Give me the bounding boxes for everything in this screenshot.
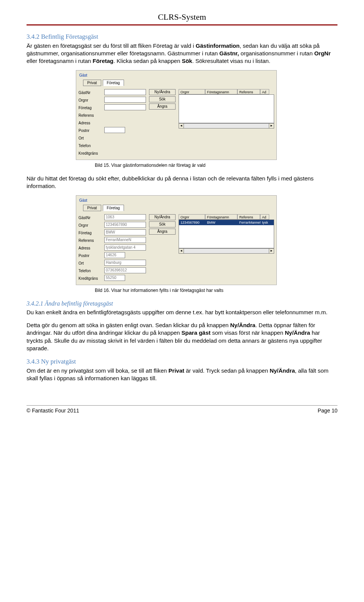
bold: Ny/Ändra	[285, 329, 310, 336]
sok-button[interactable]: Sök	[149, 221, 176, 227]
tab-privat[interactable]: Privat	[83, 205, 101, 212]
scroll-right-icon[interactable]: ►	[269, 248, 274, 254]
input-gastnr[interactable]: 1063	[104, 214, 146, 220]
input-foretag[interactable]: BMW	[104, 229, 146, 235]
label-postnr: Postnr	[78, 128, 101, 134]
col-ref[interactable]: Referens	[237, 214, 260, 219]
label-foretag: Företag	[78, 230, 101, 236]
text: organisationsnummer i rutan	[239, 50, 314, 56]
label-adress: Adress	[78, 245, 101, 251]
cell-ad: tysk	[260, 220, 270, 225]
bold: Gästnr,	[220, 50, 239, 56]
col-namn[interactable]: Företagsnamn	[205, 214, 237, 219]
ny-andra-button[interactable]: Ny/Ändra	[149, 214, 176, 220]
h-scrollbar[interactable]: ◄ ►	[179, 248, 274, 254]
app-screenshot-1: Gäst Privat Företag GästNr Orgnr Företag…	[76, 70, 277, 160]
button-column: Ny/Ändra Sök Ångra	[149, 89, 176, 157]
h-scrollbar[interactable]: ◄ ►	[179, 123, 274, 129]
bold: Företag	[93, 58, 113, 64]
page-title: CLRS-System	[27, 11, 337, 24]
label-referens: Referens	[78, 238, 101, 244]
sok-button[interactable]: Sök	[149, 96, 176, 102]
col-namn[interactable]: Företagsnamn	[205, 89, 237, 94]
bold: Gästinformation	[196, 42, 240, 49]
label-kredit: Kreditgräns	[78, 150, 101, 157]
bold: Sök	[182, 58, 192, 64]
angra-button[interactable]: Ångra	[149, 103, 176, 110]
scroll-right-icon[interactable]: ►	[269, 123, 274, 129]
input-postnr[interactable]	[104, 127, 125, 133]
input-telefon[interactable]: 0736398312	[104, 267, 146, 273]
page-footer: © Fantastic Four 2011 Page 10	[27, 407, 337, 414]
label-postnr: Postnr	[78, 253, 101, 259]
spacer	[104, 119, 146, 125]
input-gastnr[interactable]	[104, 89, 146, 95]
text: eller företagsnamn i rutan	[27, 58, 93, 64]
results-list: Orgnr Företagsnamn Referens Ad 123456789…	[179, 214, 274, 282]
text: Är gästen en företagsgäst ser du först t…	[27, 42, 196, 49]
label-ort: Ort	[78, 135, 101, 141]
label-telefon: Telefon	[78, 268, 101, 274]
cell-orgnr: 1234567890	[179, 220, 206, 225]
button-column: Ny/Ändra Sök Ångra	[149, 214, 176, 282]
label-referens: Referens	[78, 113, 101, 119]
text: Om det är en ny privatgäst som vill boka…	[27, 367, 168, 374]
input-orgnr[interactable]: 1234567890	[104, 222, 146, 228]
tab-foretag[interactable]: Företag	[103, 205, 124, 212]
col-ref[interactable]: Referens	[237, 89, 260, 94]
results-list: Orgnr Företagsnamn Referens Ad ◄ ►	[179, 89, 274, 157]
ny-andra-button[interactable]: Ny/Ändra	[149, 89, 176, 95]
tab-foretag[interactable]: Företag	[103, 80, 124, 86]
scroll-left-icon[interactable]: ◄	[179, 248, 184, 254]
bold: Spara gäst	[182, 329, 211, 336]
input-referens[interactable]: FerrariManneN	[104, 237, 146, 243]
bold: Ny/Ändra	[230, 322, 256, 328]
text: som visas först när knappen	[210, 329, 285, 336]
section-heading-3: 3.4.3 Ny privatgäst	[27, 357, 337, 366]
label-orgnr: Orgnr	[78, 223, 101, 229]
group-label: Gäst	[79, 198, 274, 203]
col-orgnr[interactable]: Orgnr	[179, 214, 205, 219]
section-heading-2: 3.4.2.1 Ändra befintlig företagsgäst	[27, 299, 337, 308]
input-column: 1063 1234567890 BMW FerrariManneN tyskla…	[104, 214, 146, 282]
input-adress[interactable]: tysklandetgatan 4	[104, 245, 146, 251]
list-body[interactable]	[179, 94, 274, 123]
scroll-track[interactable]	[184, 123, 269, 129]
label-telefon: Telefon	[78, 143, 101, 149]
intro-paragraph: Är gästen en företagsgäst ser du först t…	[27, 42, 337, 65]
tab-privat[interactable]: Privat	[83, 80, 101, 86]
tabs: Privat Företag	[83, 205, 274, 212]
caption-2: Bild 16. Visar hur informationen fyllts …	[95, 287, 337, 293]
label-foretag: Företag	[78, 105, 101, 111]
field-labels: GästNr Orgnr Företag Referens Adress Pos…	[78, 89, 101, 157]
tabs: Privat Företag	[83, 80, 274, 86]
angra-button[interactable]: Ångra	[149, 229, 176, 235]
list-body[interactable]: 1234567890 BMW FerrariManneN tysk	[179, 219, 274, 248]
input-kredit[interactable]: 55250	[104, 275, 125, 281]
input-column	[104, 89, 146, 157]
input-orgnr[interactable]	[104, 97, 146, 103]
cell-ref: FerrariManneN	[238, 220, 260, 225]
input-ort[interactable]: Hamburg	[104, 260, 146, 266]
label-adress: Adress	[78, 120, 101, 126]
table-row[interactable]: 1234567890 BMW FerrariManneN tysk	[179, 220, 274, 225]
label-ort: Ort	[78, 260, 101, 267]
col-ad[interactable]: Ad	[260, 214, 269, 219]
bold: Ny/Ändra	[270, 367, 295, 374]
bold: Privat	[168, 367, 184, 374]
cell-namn: BMW	[206, 220, 238, 225]
text: är vald. Tryck sedan på knappen	[184, 367, 270, 374]
list-header: Orgnr Företagsnamn Referens Ad	[179, 89, 274, 94]
scroll-track[interactable]	[184, 248, 269, 254]
caption-1: Bild 15. Visar gästinformationsdelen när…	[95, 162, 337, 168]
col-ad[interactable]: Ad	[260, 89, 269, 94]
text: . Sökresultatet visas nu i listan.	[192, 58, 270, 64]
scroll-left-icon[interactable]: ◄	[179, 123, 184, 129]
text: Detta gör du genom att söka in gästen en…	[27, 322, 230, 328]
input-foretag[interactable]	[104, 104, 146, 110]
para-2-2: Detta gör du genom att söka in gästen en…	[27, 321, 337, 352]
input-postnr[interactable]: 14626	[104, 252, 125, 258]
col-orgnr[interactable]: Orgnr	[179, 89, 205, 94]
list-header: Orgnr Företagsnamn Referens Ad	[179, 214, 274, 219]
mid-paragraph: När du hittat det företag du sökt efter,…	[27, 175, 337, 190]
